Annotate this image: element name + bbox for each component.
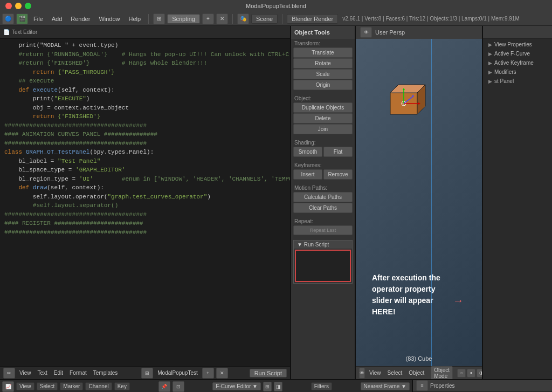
- sidebar-arrow-4: ▶: [488, 70, 492, 75]
- sidebar-item-view-properties[interactable]: ▶ View Properties: [485, 40, 550, 49]
- menu-render[interactable]: Render: [67, 15, 93, 23]
- translate-button[interactable]: Translate: [293, 47, 353, 58]
- code-line: obj = context.active_object: [4, 104, 286, 113]
- footer-view[interactable]: View: [17, 369, 33, 376]
- origin-button[interactable]: Origin: [293, 80, 353, 90]
- delete-button[interactable]: Delete: [293, 113, 353, 123]
- menu-help[interactable]: Help: [126, 15, 144, 23]
- keyframes-label: Keyframes:: [291, 161, 355, 169]
- footer-edit[interactable]: Edit: [52, 369, 65, 376]
- graph-select-btn[interactable]: Select: [37, 382, 58, 390]
- menubar: 🔵 🎬 File Add Render Window Help ⊞ Script…: [0, 12, 552, 26]
- object-tools-panel: Object Tools Transform: Translate Rotate…: [291, 26, 356, 379]
- code-line: #### ANIMATION CURVES PANEL ############…: [4, 130, 286, 139]
- window-controls[interactable]: [5, 3, 31, 9]
- add-layout-icon[interactable]: +: [202, 13, 214, 24]
- vp-footer-object[interactable]: Object: [406, 370, 426, 376]
- code-line: return {'PASS_THROUGH'}: [4, 68, 286, 77]
- rotate-button[interactable]: Rotate: [293, 58, 353, 68]
- scene-icon[interactable]: 🎭: [237, 13, 249, 24]
- menu-window[interactable]: Window: [95, 15, 123, 23]
- join-button[interactable]: Join: [293, 124, 353, 134]
- nearest-frame-select[interactable]: Nearest Frame ▼: [361, 382, 410, 390]
- graph-icon-1[interactable]: ⊞: [263, 382, 272, 391]
- graph-marker-btn[interactable]: Marker: [60, 382, 83, 390]
- code-line: print("EXECUTE"): [4, 94, 286, 104]
- sidebar-item-active-keyframe[interactable]: ▶ Active Keyframe: [485, 58, 550, 67]
- render-icon[interactable]: 🎬: [16, 13, 28, 24]
- screen-layout-icon[interactable]: ⊞: [153, 13, 165, 24]
- close-button[interactable]: [5, 3, 12, 9]
- code-content[interactable]: print("MODAL " + event.type) #return {'R…: [0, 39, 290, 366]
- editor-type-icon[interactable]: ✏: [3, 368, 15, 379]
- viewport-shade-btn-2[interactable]: ●: [467, 369, 475, 377]
- duplicate-objects-button[interactable]: Duplicate Objects: [293, 102, 353, 113]
- graph-editor-type-select[interactable]: F-Curve Editor ▼: [212, 382, 261, 390]
- maximize-button[interactable]: [25, 3, 31, 9]
- viewport-shade-btn-1[interactable]: ○: [457, 369, 466, 377]
- code-line: ########################################: [4, 228, 286, 237]
- remove-button[interactable]: Remove: [323, 169, 353, 180]
- flat-button[interactable]: Flat: [323, 147, 353, 157]
- graph-channel-btn[interactable]: Channel: [85, 382, 112, 390]
- workspace-tab[interactable]: Scripting: [167, 14, 200, 24]
- viewport-header: 👁 User Persp: [356, 26, 482, 39]
- filename-display: ModalPopupTest: [155, 370, 200, 376]
- viewport-canvas[interactable]: After execution the operator property sl…: [356, 39, 482, 366]
- add-text-icon[interactable]: +: [202, 368, 214, 379]
- run-script-header: ▼ Run Script: [294, 240, 352, 249]
- scale-button[interactable]: Scale: [293, 69, 353, 79]
- sidebar-arrow-3: ▶: [488, 60, 492, 66]
- menu-file[interactable]: File: [30, 15, 46, 23]
- blender-icon[interactable]: 🔵: [2, 13, 14, 24]
- sidebar-label-active-fcurve: Active F-Curve: [494, 51, 530, 57]
- sidebar-item-active-fcurve[interactable]: ▶ Active F-Curve: [485, 49, 550, 58]
- sidebar-item-modifiers[interactable]: ▶ Modifiers: [485, 67, 550, 77]
- code-line: #return {'RUNNING_MODAL'} # Hangs the po…: [4, 50, 286, 59]
- props-icon[interactable]: ≡: [416, 380, 428, 391]
- properties-panel: ≡ Properties ▶ View Properties ▶ Active …: [412, 380, 552, 392]
- code-line: #### REGISTER #########################: [4, 219, 286, 228]
- graph-view-btn[interactable]: View: [16, 382, 34, 390]
- viewport-type-icon[interactable]: 👁: [360, 27, 372, 38]
- menu-add[interactable]: Add: [49, 15, 66, 23]
- graph-pin-icon[interactable]: 📌: [158, 381, 170, 392]
- minimize-button[interactable]: [15, 3, 22, 9]
- close-text-icon[interactable]: ✕: [216, 368, 228, 379]
- calculate-paths-button[interactable]: Calculate Paths: [293, 192, 353, 202]
- annotation-arrow: ←: [453, 294, 464, 307]
- footer-templates[interactable]: Templates: [91, 369, 120, 376]
- viewport-footer-icon[interactable]: 👁: [359, 368, 365, 379]
- run-script-btn[interactable]: Run Script: [250, 369, 287, 377]
- smooth-button[interactable]: Smooth: [293, 147, 322, 157]
- graph-type-icon[interactable]: 📈: [2, 381, 14, 392]
- main-area: 📄 Text Editor print("MODAL " + event.typ…: [0, 26, 552, 379]
- transform-label: Transform:: [291, 39, 355, 47]
- render-engine-select[interactable]: Blender Render: [287, 14, 338, 24]
- footer-format[interactable]: Format: [67, 369, 89, 376]
- footer-text[interactable]: Text: [36, 369, 50, 376]
- repeat-last-button[interactable]: Repeat Last: [293, 225, 353, 235]
- remove-layout-icon[interactable]: ✕: [216, 13, 228, 24]
- props-title: Properties: [430, 383, 455, 389]
- sidebar-item-st-panel[interactable]: ▶ st Panel: [485, 77, 550, 86]
- code-line: bl_label = "Test Panel": [4, 157, 286, 166]
- code-line: ########################################: [4, 139, 286, 148]
- graph-icon-2[interactable]: ◨: [274, 382, 282, 391]
- vp-footer-view[interactable]: View: [367, 370, 383, 376]
- sidebar-label-modifiers: Modifiers: [494, 69, 516, 75]
- file-icon[interactable]: ⊞: [141, 368, 153, 379]
- scene-select[interactable]: Scene: [251, 14, 278, 24]
- viewport-shade-btn-3[interactable]: ◑: [477, 369, 482, 377]
- code-editor: 📄 Text Editor print("MODAL " + event.typ…: [0, 26, 291, 379]
- graph-key-btn[interactable]: Key: [114, 382, 130, 390]
- object-mode-select[interactable]: Object Mode: [431, 366, 453, 380]
- repeat-label: Repeat:: [291, 217, 355, 225]
- vp-footer-select[interactable]: Select: [385, 370, 405, 376]
- graph-view-icon2[interactable]: ⊡: [172, 381, 184, 392]
- code-line: ########################################: [4, 121, 286, 130]
- clear-paths-button[interactable]: Clear Paths: [293, 203, 353, 213]
- insert-button[interactable]: Insert: [293, 169, 322, 180]
- tools-header: Object Tools: [291, 26, 355, 39]
- filters-btn[interactable]: Filters: [311, 382, 332, 390]
